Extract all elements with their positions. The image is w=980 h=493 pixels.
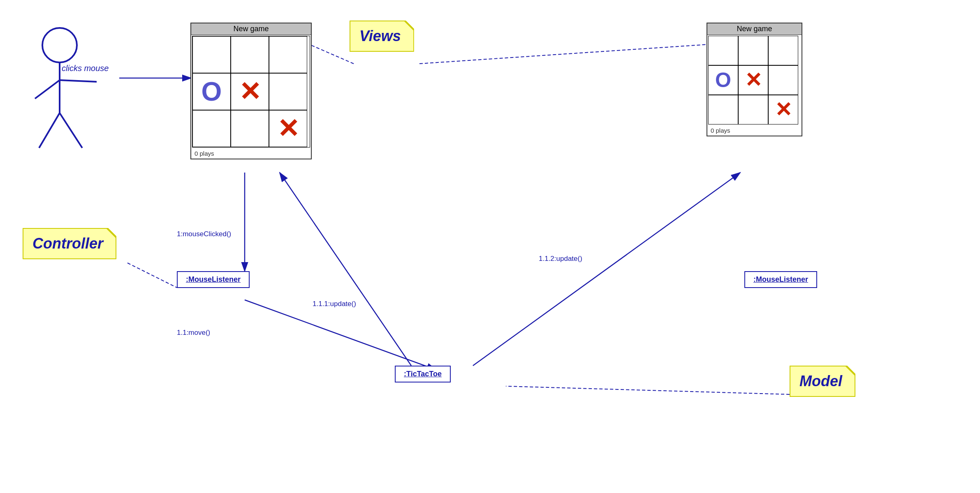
svg-line-14 (39, 113, 60, 148)
left-window-status: 0 plays (191, 148, 311, 159)
left-window-title: New game (191, 23, 311, 35)
svg-line-7 (473, 173, 740, 366)
clicks-mouse-label: clicks mouse (62, 64, 109, 73)
rcell-1-2 (768, 65, 798, 95)
x-symbol-left-1: ✕ (239, 76, 261, 107)
right-window-title: New game (707, 23, 802, 35)
update2-label: 1.1.2:update() (539, 255, 582, 263)
cell-2-1 (231, 110, 269, 147)
update1-label: 1.1.1:update() (313, 300, 356, 308)
cell-2-2: ✕ (269, 110, 307, 147)
rcell-1-1: ✕ (738, 65, 768, 95)
svg-line-15 (60, 113, 82, 148)
cell-0-2 (269, 36, 307, 73)
move-label: 1.1:move() (177, 329, 210, 337)
tictactoe-box: :TicTacToe (395, 366, 451, 382)
svg-line-13 (60, 80, 97, 82)
svg-line-2 (309, 44, 354, 64)
right-window-status: 0 plays (707, 125, 802, 136)
rcell-0-0 (708, 36, 738, 65)
rcell-0-1 (738, 36, 768, 65)
svg-line-3 (419, 44, 709, 64)
cell-0-0 (192, 36, 231, 73)
rcell-1-0: O (708, 65, 738, 95)
cell-2-0 (192, 110, 231, 147)
rcell-2-0 (708, 95, 738, 124)
left-game-grid: O ✕ ✕ (192, 36, 310, 147)
x-symbol-right-1: ✕ (745, 68, 762, 92)
right-game-grid: O ✕ ✕ (708, 36, 801, 124)
cell-0-1 (231, 36, 269, 73)
cell-1-0: O (192, 73, 231, 110)
x-symbol-right-2: ✕ (775, 98, 792, 122)
o-symbol-left: O (202, 76, 222, 107)
mouse-listener-1-box: :MouseListener (177, 271, 250, 288)
svg-line-6 (280, 173, 411, 366)
rcell-2-1 (738, 95, 768, 124)
cell-1-2 (269, 73, 307, 110)
controller-note: Controller (23, 228, 116, 259)
svg-line-9 (506, 386, 790, 394)
views-note: Views (350, 21, 414, 52)
cell-1-1: ✕ (231, 73, 269, 110)
svg-line-5 (245, 300, 436, 370)
svg-point-10 (42, 28, 77, 62)
svg-line-12 (35, 80, 60, 99)
left-game-window: New game O ✕ ✕ 0 plays (190, 23, 312, 159)
mouse-listener-2-box: :MouseListener (744, 271, 817, 288)
o-symbol-right: O (715, 68, 731, 92)
rcell-0-2 (768, 36, 798, 65)
rcell-2-2: ✕ (768, 95, 798, 124)
stick-figure (23, 23, 97, 154)
x-symbol-left-2: ✕ (277, 113, 299, 144)
mouse-clicked-label: 1:mouseClicked() (177, 230, 231, 238)
svg-line-8 (127, 263, 177, 288)
model-note: Model (790, 366, 855, 397)
right-game-window: New game O ✕ ✕ 0 plays (707, 23, 802, 136)
